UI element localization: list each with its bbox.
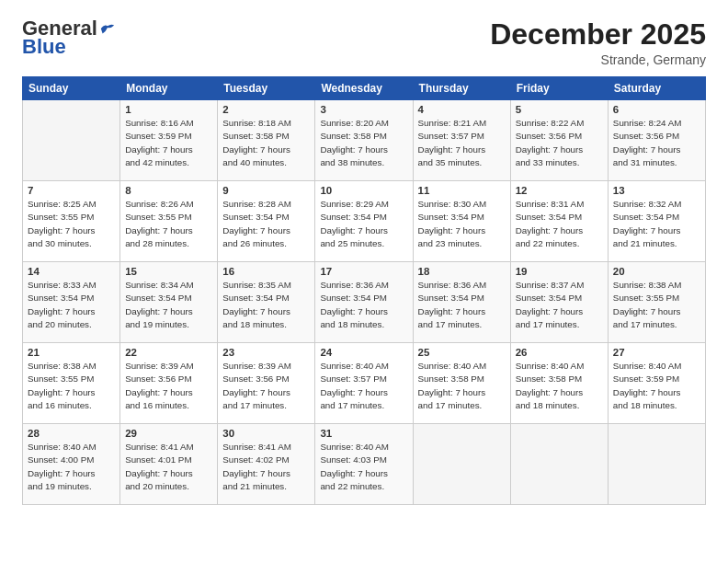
calendar-cell: 13Sunrise: 8:32 AM Sunset: 3:54 PM Dayli…: [608, 181, 705, 262]
day-number: 7: [28, 185, 115, 196]
calendar-table: SundayMondayTuesdayWednesdayThursdayFrid…: [22, 76, 706, 505]
day-info: Sunrise: 8:29 AM Sunset: 3:54 PM Dayligh…: [320, 198, 407, 250]
day-number: 22: [125, 347, 212, 358]
calendar-cell: 27Sunrise: 8:40 AM Sunset: 3:59 PM Dayli…: [608, 343, 705, 424]
day-info: Sunrise: 8:36 AM Sunset: 3:54 PM Dayligh…: [418, 279, 506, 331]
day-number: 9: [222, 185, 310, 196]
day-number: 12: [516, 185, 603, 196]
col-header-sunday: Sunday: [23, 77, 120, 100]
calendar-cell: 30Sunrise: 8:41 AM Sunset: 4:02 PM Dayli…: [218, 424, 315, 505]
day-info: Sunrise: 8:40 AM Sunset: 3:57 PM Dayligh…: [320, 360, 407, 412]
day-info: Sunrise: 8:39 AM Sunset: 3:56 PM Dayligh…: [125, 360, 212, 412]
week-row-2: 7Sunrise: 8:25 AM Sunset: 3:55 PM Daylig…: [23, 181, 706, 262]
day-info: Sunrise: 8:38 AM Sunset: 3:55 PM Dayligh…: [28, 360, 115, 412]
day-number: 3: [320, 104, 407, 115]
day-info: Sunrise: 8:36 AM Sunset: 3:54 PM Dayligh…: [320, 279, 407, 331]
calendar-cell: 22Sunrise: 8:39 AM Sunset: 3:56 PM Dayli…: [120, 343, 218, 424]
header: General Blue December 2025 Strande, Germ…: [22, 18, 706, 67]
day-info: Sunrise: 8:37 AM Sunset: 3:54 PM Dayligh…: [516, 279, 603, 331]
day-number: 27: [613, 347, 700, 358]
day-info: Sunrise: 8:21 AM Sunset: 3:57 PM Dayligh…: [418, 117, 506, 169]
day-number: 24: [320, 347, 407, 358]
day-number: 23: [222, 347, 310, 358]
day-info: Sunrise: 8:25 AM Sunset: 3:55 PM Dayligh…: [28, 198, 115, 250]
calendar-cell: 3Sunrise: 8:20 AM Sunset: 3:58 PM Daylig…: [315, 100, 413, 181]
day-number: 20: [613, 266, 700, 277]
day-info: Sunrise: 8:32 AM Sunset: 3:54 PM Dayligh…: [613, 198, 700, 250]
calendar-cell: 25Sunrise: 8:40 AM Sunset: 3:58 PM Dayli…: [413, 343, 510, 424]
calendar-cell: 29Sunrise: 8:41 AM Sunset: 4:01 PM Dayli…: [120, 424, 218, 505]
logo-blue-text: Blue: [22, 35, 66, 59]
day-info: Sunrise: 8:33 AM Sunset: 3:54 PM Dayligh…: [28, 279, 115, 331]
calendar-cell: 17Sunrise: 8:36 AM Sunset: 3:54 PM Dayli…: [315, 262, 413, 343]
calendar-cell: 7Sunrise: 8:25 AM Sunset: 3:55 PM Daylig…: [23, 181, 120, 262]
col-header-saturday: Saturday: [608, 77, 705, 100]
calendar-cell: [23, 100, 120, 181]
col-header-thursday: Thursday: [413, 77, 510, 100]
col-header-tuesday: Tuesday: [218, 77, 315, 100]
day-info: Sunrise: 8:24 AM Sunset: 3:56 PM Dayligh…: [613, 117, 700, 169]
col-header-wednesday: Wednesday: [315, 77, 413, 100]
day-info: Sunrise: 8:39 AM Sunset: 3:56 PM Dayligh…: [222, 360, 310, 412]
calendar-cell: 23Sunrise: 8:39 AM Sunset: 3:56 PM Dayli…: [218, 343, 315, 424]
day-number: 30: [222, 428, 310, 439]
day-number: 2: [222, 104, 310, 115]
day-number: 14: [28, 266, 115, 277]
calendar-cell: 2Sunrise: 8:18 AM Sunset: 3:58 PM Daylig…: [218, 100, 315, 181]
day-number: 13: [613, 185, 700, 196]
day-info: Sunrise: 8:40 AM Sunset: 3:58 PM Dayligh…: [516, 360, 603, 412]
calendar-cell: 10Sunrise: 8:29 AM Sunset: 3:54 PM Dayli…: [315, 181, 413, 262]
calendar-cell: 19Sunrise: 8:37 AM Sunset: 3:54 PM Dayli…: [510, 262, 608, 343]
day-info: Sunrise: 8:40 AM Sunset: 4:00 PM Dayligh…: [28, 441, 115, 493]
calendar-cell: 18Sunrise: 8:36 AM Sunset: 3:54 PM Dayli…: [413, 262, 510, 343]
calendar-cell: 11Sunrise: 8:30 AM Sunset: 3:54 PM Dayli…: [413, 181, 510, 262]
calendar-cell: 20Sunrise: 8:38 AM Sunset: 3:55 PM Dayli…: [608, 262, 705, 343]
day-number: 4: [418, 104, 506, 115]
day-info: Sunrise: 8:41 AM Sunset: 4:02 PM Dayligh…: [222, 441, 310, 493]
day-info: Sunrise: 8:40 AM Sunset: 4:03 PM Dayligh…: [320, 441, 407, 493]
page: General Blue December 2025 Strande, Germ…: [0, 0, 728, 563]
day-info: Sunrise: 8:38 AM Sunset: 3:55 PM Dayligh…: [613, 279, 700, 331]
week-row-1: 1Sunrise: 8:16 AM Sunset: 3:59 PM Daylig…: [23, 100, 706, 181]
day-number: 25: [418, 347, 506, 358]
day-number: 10: [320, 185, 407, 196]
day-number: 18: [418, 266, 506, 277]
day-number: 17: [320, 266, 407, 277]
calendar-cell: 14Sunrise: 8:33 AM Sunset: 3:54 PM Dayli…: [23, 262, 120, 343]
day-number: 21: [28, 347, 115, 358]
col-header-friday: Friday: [510, 77, 608, 100]
month-title: December 2025: [490, 18, 706, 51]
col-header-monday: Monday: [120, 77, 218, 100]
calendar-cell: 16Sunrise: 8:35 AM Sunset: 3:54 PM Dayli…: [218, 262, 315, 343]
calendar-cell: 24Sunrise: 8:40 AM Sunset: 3:57 PM Dayli…: [315, 343, 413, 424]
day-number: 1: [125, 104, 212, 115]
calendar-cell: [413, 424, 510, 505]
day-number: 31: [320, 428, 407, 439]
day-number: 6: [613, 104, 700, 115]
calendar-cell: 5Sunrise: 8:22 AM Sunset: 3:56 PM Daylig…: [510, 100, 608, 181]
day-number: 19: [516, 266, 603, 277]
title-block: December 2025 Strande, Germany: [490, 18, 706, 67]
week-row-5: 28Sunrise: 8:40 AM Sunset: 4:00 PM Dayli…: [23, 424, 706, 505]
day-number: 15: [125, 266, 212, 277]
calendar-cell: [510, 424, 608, 505]
day-number: 8: [125, 185, 212, 196]
day-info: Sunrise: 8:30 AM Sunset: 3:54 PM Dayligh…: [418, 198, 506, 250]
calendar-cell: 31Sunrise: 8:40 AM Sunset: 4:03 PM Dayli…: [315, 424, 413, 505]
week-row-3: 14Sunrise: 8:33 AM Sunset: 3:54 PM Dayli…: [23, 262, 706, 343]
day-number: 26: [516, 347, 603, 358]
calendar-cell: 12Sunrise: 8:31 AM Sunset: 3:54 PM Dayli…: [510, 181, 608, 262]
calendar-cell: 6Sunrise: 8:24 AM Sunset: 3:56 PM Daylig…: [608, 100, 705, 181]
day-info: Sunrise: 8:20 AM Sunset: 3:58 PM Dayligh…: [320, 117, 407, 169]
calendar-cell: 8Sunrise: 8:26 AM Sunset: 3:55 PM Daylig…: [120, 181, 218, 262]
day-info: Sunrise: 8:35 AM Sunset: 3:54 PM Dayligh…: [222, 279, 310, 331]
day-number: 28: [28, 428, 115, 439]
day-info: Sunrise: 8:18 AM Sunset: 3:58 PM Dayligh…: [222, 117, 310, 169]
logo: General Blue: [22, 18, 116, 59]
header-row: SundayMondayTuesdayWednesdayThursdayFrid…: [23, 77, 706, 100]
day-info: Sunrise: 8:31 AM Sunset: 3:54 PM Dayligh…: [516, 198, 603, 250]
day-info: Sunrise: 8:22 AM Sunset: 3:56 PM Dayligh…: [516, 117, 603, 169]
day-number: 5: [516, 104, 603, 115]
calendar-cell: 1Sunrise: 8:16 AM Sunset: 3:59 PM Daylig…: [120, 100, 218, 181]
day-info: Sunrise: 8:40 AM Sunset: 3:59 PM Dayligh…: [613, 360, 700, 412]
